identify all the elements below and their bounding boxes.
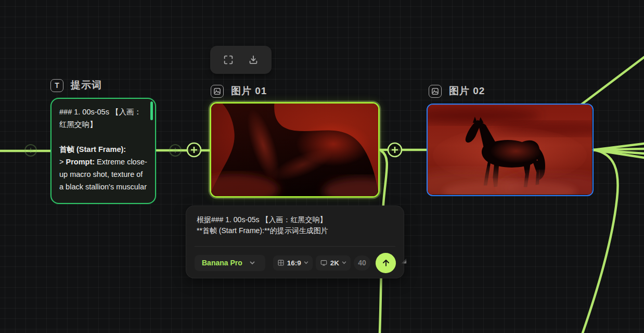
edge-image2-up-right [576,57,644,108]
prompt-node-title: 提示词 [71,79,102,92]
prompt-node-header: T 提示词 [50,79,102,92]
edge-image2-out-2 [594,149,644,150]
credits-badge: 40 [354,255,370,271]
image1-horse-closeup [211,104,378,196]
generation-prompt-line1: 根据### 1. 00s-05s 【入画：红黑交响】 [197,214,393,225]
chevron-down-icon [342,261,346,264]
image2-node[interactable] [427,104,594,196]
aspect-ratio-value: 16:9 [287,259,301,267]
prompt-text-line3: > Prompt: Extreme close-up macro shot, t… [59,156,147,193]
resize-handle-icon[interactable] [401,258,407,264]
expand-icon [223,54,234,66]
image-icon [211,85,224,98]
edge-image2-out-1 [594,144,644,150]
arrow-up-icon [381,258,391,268]
model-name: Banana Pro [202,259,242,267]
generation-prompt-line2: **首帧 (Start Frame):**的提示词生成图片 [197,225,393,236]
monitor-icon [320,259,328,266]
node-canvas[interactable]: T 提示词 ### 1. 00s-05s 【入画：红黑交响】 首帧 (Start… [0,0,644,333]
prompt-text-line1: ### 1. 00s-05s 【入画：红黑交响】 [59,106,147,131]
prompt-text-line2: 首帧 (Start Frame): [59,143,147,156]
download-icon [248,54,259,66]
image-icon [429,85,442,98]
resolution-value: 2K [330,259,339,267]
image1-node-header: 图片 01 [211,84,267,98]
generation-panel: 根据### 1. 00s-05s 【入画：红黑交响】 **首帧 (Start F… [186,206,404,278]
expand-fullscreen-button[interactable] [222,53,235,67]
edge-image2-out-3 [594,150,644,153]
add-node-button [187,143,201,157]
image2-node-header: 图片 02 [429,84,485,98]
download-button[interactable] [247,53,260,67]
panel-divider [195,246,395,247]
add-node-button [388,143,402,157]
generate-submit-button[interactable] [376,253,396,273]
image1-node[interactable] [210,102,380,198]
image2-horse-standing [428,105,592,195]
text-node-icon: T [50,79,63,92]
edge-image2-out-4 [594,150,644,158]
model-selector[interactable]: Banana Pro [195,255,265,271]
prompt-scrollbar[interactable] [150,101,153,120]
resolution-selector[interactable]: 2K [316,255,351,271]
image2-node-title: 图片 02 [449,84,485,98]
aspect-ratio-selector[interactable]: 16:9 [273,255,313,271]
chevron-down-icon [250,261,255,265]
grid-icon [277,259,285,266]
image-toolbar [210,46,272,74]
image1-node-title: 图片 01 [231,84,267,98]
chevron-down-icon [304,261,308,264]
prompt-node[interactable]: ### 1. 00s-05s 【入画：红黑交响】 首帧 (Start Frame… [50,98,156,204]
